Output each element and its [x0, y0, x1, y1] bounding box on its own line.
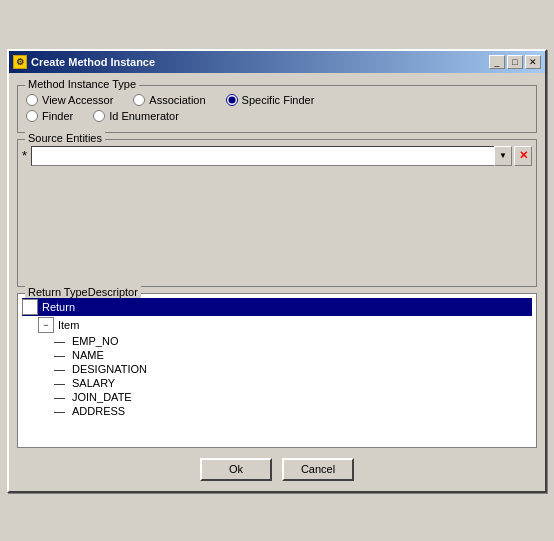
method-instance-type-border: View Accessor Association Specific Finde… [17, 85, 537, 133]
tree-container: − Return − Item — EMP_NO [22, 298, 532, 418]
source-input[interactable] [31, 146, 512, 166]
delete-button[interactable]: ✕ [514, 146, 532, 166]
tree-node-item[interactable]: − Item [22, 316, 532, 334]
title-buttons: _ □ ✕ [489, 55, 541, 69]
minimize-button[interactable]: _ [489, 55, 505, 69]
name-label: NAME [70, 349, 106, 361]
tree-node-address[interactable]: — ADDRESS [22, 404, 532, 418]
radio-id-enumerator-input[interactable] [93, 110, 105, 122]
cancel-button[interactable]: Cancel [282, 458, 354, 481]
star-indicator: * [22, 146, 29, 166]
radio-association-input[interactable] [133, 94, 145, 106]
radio-specific-finder[interactable]: Specific Finder [226, 94, 315, 106]
return-expander[interactable]: − [22, 299, 38, 315]
designation-label: DESIGNATION [70, 363, 149, 375]
source-entities-group: Source Entities * ▼ ✕ [17, 139, 537, 287]
return-type-group: Return TypeDescriptor − Return − Item [17, 293, 537, 448]
bottom-buttons: Ok Cancel [17, 454, 537, 483]
tree-node-emp-no[interactable]: — EMP_NO [22, 334, 532, 348]
salary-line: — [54, 377, 70, 389]
window-title: Create Method Instance [31, 56, 155, 68]
tree-node-salary[interactable]: — SALARY [22, 376, 532, 390]
radio-specific-finder-input[interactable] [226, 94, 238, 106]
radio-view-accessor[interactable]: View Accessor [26, 94, 113, 106]
title-bar: ⚙ Create Method Instance _ □ ✕ [9, 51, 545, 73]
designation-line: — [54, 363, 70, 375]
method-instance-type-group: Method Instance Type View Accessor Assoc… [17, 85, 537, 133]
tree-node-designation[interactable]: — DESIGNATION [22, 362, 532, 376]
tree-node-name[interactable]: — NAME [22, 348, 532, 362]
source-row: * ▼ ✕ [22, 146, 532, 168]
radio-specific-finder-label: Specific Finder [242, 94, 315, 106]
method-instance-type-label: Method Instance Type [25, 78, 139, 90]
emp-no-line: — [54, 335, 70, 347]
join-date-label: JOIN_DATE [70, 391, 134, 403]
return-label: Return [40, 301, 77, 313]
close-button[interactable]: ✕ [525, 55, 541, 69]
item-expander[interactable]: − [38, 317, 54, 333]
join-date-line: — [54, 391, 70, 403]
window-content: Method Instance Type View Accessor Assoc… [9, 73, 545, 491]
radio-row-2: Finder Id Enumerator [26, 110, 528, 126]
main-window: ⚙ Create Method Instance _ □ ✕ Method In… [7, 49, 547, 493]
dropdown-arrow-icon: ▼ [499, 151, 507, 160]
delete-icon: ✕ [519, 149, 528, 162]
radio-row-1: View Accessor Association Specific Finde… [26, 94, 528, 110]
radio-finder-label: Finder [42, 110, 73, 122]
dropdown-button[interactable]: ▼ [494, 146, 512, 166]
item-label: Item [56, 319, 81, 331]
title-bar-left: ⚙ Create Method Instance [13, 55, 155, 69]
source-entities-border: * ▼ ✕ [17, 139, 537, 287]
radio-id-enumerator-label: Id Enumerator [109, 110, 179, 122]
tree-node-return[interactable]: − Return [22, 298, 532, 316]
radio-finder[interactable]: Finder [26, 110, 73, 122]
address-label: ADDRESS [70, 405, 127, 417]
tree-node-join-date[interactable]: — JOIN_DATE [22, 390, 532, 404]
ok-button[interactable]: Ok [200, 458, 272, 481]
window-icon: ⚙ [13, 55, 27, 69]
emp-no-label: EMP_NO [70, 335, 120, 347]
radio-association-label: Association [149, 94, 205, 106]
name-line: — [54, 349, 70, 361]
address-line: — [54, 405, 70, 417]
radio-finder-input[interactable] [26, 110, 38, 122]
source-input-wrapper: ▼ [31, 146, 512, 166]
radio-id-enumerator[interactable]: Id Enumerator [93, 110, 179, 122]
return-type-label: Return TypeDescriptor [25, 286, 141, 298]
radio-association[interactable]: Association [133, 94, 205, 106]
maximize-button[interactable]: □ [507, 55, 523, 69]
radio-view-accessor-input[interactable] [26, 94, 38, 106]
salary-label: SALARY [70, 377, 117, 389]
radio-view-accessor-label: View Accessor [42, 94, 113, 106]
return-type-border: − Return − Item — EMP_NO [17, 293, 537, 448]
source-entities-label: Source Entities [25, 132, 105, 144]
